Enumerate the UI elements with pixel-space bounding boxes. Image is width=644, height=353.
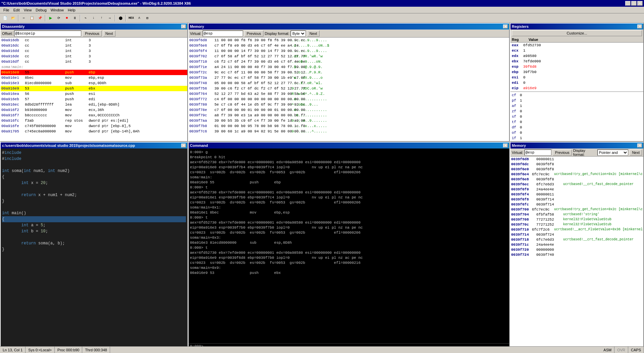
mem2-row[interactable]: 0039f6e80039f6f8 <box>510 177 643 182</box>
mem-row[interactable]: 0039f75639 00 c6 f2 c7 6f dc f2 c7 6f 52… <box>189 86 509 91</box>
source-line[interactable]: } <box>2 246 186 252</box>
reg-flag-row[interactable]: if1 <box>510 135 643 141</box>
toolbar-step-in[interactable]: ↓ <box>90 14 97 22</box>
source-title-buttons[interactable]: ✕ <box>181 143 186 148</box>
disasm-row[interactable]: 00a916deccint3 <box>1 54 187 59</box>
reg-flag-row[interactable]: sf0 <box>510 114 643 119</box>
disasm-row[interactable]: 00a916e055pushebp <box>1 70 187 75</box>
reg-row[interactable]: esp39f6d8 <box>510 64 643 69</box>
reg-row[interactable]: ebx7efde000 <box>510 59 643 64</box>
toolbar-step-branch[interactable]: ⇒ <box>106 14 113 22</box>
toolbar-copy[interactable]: 📋 <box>28 14 36 22</box>
reg-row[interactable]: ebp39f7b0 <box>510 69 643 75</box>
source-line[interactable]: return soma(a, b); <box>2 240 186 246</box>
toolbar-font[interactable]: A <box>136 14 143 22</box>
mem2-row[interactable]: 0039f7046fbfaf58 ucrtbased!'string' <box>510 212 643 217</box>
toolbar-paste[interactable]: 📌 <box>36 14 44 22</box>
toolbar-restart[interactable]: ⟳ <box>55 14 62 22</box>
source-line[interactable] <box>2 162 186 168</box>
maximize-button[interactable]: □ <box>631 1 637 6</box>
disasm-row[interactable]: 00a916ec8dbd28fffffffleaedi,[ebp-0D8h] <box>1 102 187 107</box>
registers-close[interactable]: ✕ <box>637 24 642 28</box>
customize-button[interactable]: Customize... <box>512 30 642 36</box>
memory2-next-btn[interactable]: Next <box>630 150 642 156</box>
disasm-row[interactable]: 00a916eb57pushedi <box>1 97 187 102</box>
source-line[interactable]: } <box>2 198 186 204</box>
mem-row[interactable]: 0039f76452 12 27 77 bd 63 a2 5e 88 f7 39… <box>189 91 509 97</box>
source-line[interactable]: int soma(int num1, int num2) <box>2 168 186 174</box>
disasm-row[interactable]: 00a916fec745f805000000movdword ptr [ebp-… <box>1 123 187 129</box>
disasm-row[interactable]: 00a916e381ecd8000000subesp,0D8h <box>1 80 187 86</box>
toolbar-stop[interactable]: ■ <box>63 14 70 22</box>
mem-row[interactable]: 0039f71ea4 24 11 00 00 00 40 f7 39 00 40… <box>189 64 509 70</box>
mem2-row[interactable]: 0039f7006fc7ec9c ucrtbased!try_get_funct… <box>510 207 643 212</box>
disasm-row[interactable]: soma!main: <box>1 64 187 70</box>
source-content[interactable]: #include #include int soma(int num1, int… <box>1 149 187 349</box>
registers-content[interactable]: eax6fd52730ecx1edxa98580ebx7efde000esp39… <box>510 43 643 141</box>
memory-next-btn[interactable]: Next <box>307 31 319 37</box>
source-line[interactable]: return x + num1 + num2; <box>2 192 186 198</box>
mem2-row[interactable]: 0039f70877271252 kernel32!FlsGetValueStu… <box>510 217 643 222</box>
reg-flag-row[interactable]: zf0 <box>510 109 643 114</box>
source-line[interactable]: int b = 10; <box>2 228 186 234</box>
disasm-row[interactable]: 00a916dbccint3 <box>1 38 187 43</box>
memory2-display-select[interactable]: Pointer and <box>597 150 629 156</box>
command-title-buttons[interactable]: ✕ <box>503 143 508 148</box>
toolbar-new[interactable]: 📄 <box>1 14 9 22</box>
disasm-row[interactable]: 00a916ea56pushesi <box>1 91 187 97</box>
toolbar-cut[interactable]: ✂ <box>20 14 28 22</box>
toolbar-breakpoint[interactable]: ⬤ <box>117 14 124 22</box>
command-close[interactable]: ✕ <box>503 143 508 148</box>
menu-debug[interactable]: Debug <box>34 7 48 13</box>
reg-row[interactable]: edxa98580 <box>510 53 643 59</box>
mem2-row[interactable]: 0039f6e46fc7ec9c ucrtbased!try_get_funct… <box>510 172 643 177</box>
close-button[interactable]: ✕ <box>637 1 643 6</box>
memory2-title-buttons[interactable]: ✕ <box>637 143 642 148</box>
mem-row[interactable]: 0039f79ca8 f7 39 00 e3 1a a9 00 00 00 00… <box>189 113 509 118</box>
mem2-row[interactable]: 0039f6e00039f6f8 <box>510 167 643 172</box>
disasm-row[interactable]: 00a916f2b936000000movecx,36h <box>1 107 187 113</box>
mem2-row[interactable]: 0039f7186fc7e6d3 ucrtbased!__crt_fast_de… <box>510 237 643 242</box>
source-line[interactable]: #include <box>2 150 186 156</box>
source-line[interactable]: #include <box>2 156 186 162</box>
mem-row[interactable]: 0039f7805e c7 c8 6f 44 1e d5 6f 9c f7 39… <box>189 102 509 107</box>
mem2-row[interactable]: 0039f6d800000011 <box>510 157 643 162</box>
menu-view[interactable]: View <box>22 7 34 13</box>
mem2-row[interactable]: 0039f72000000000 <box>510 247 643 252</box>
reg-row[interactable]: esi0 <box>510 75 643 80</box>
memory-title-buttons[interactable]: ✕ <box>503 24 508 28</box>
mem2-row[interactable]: 0039f7140039f724 <box>510 232 643 237</box>
memory2-virtual-input[interactable] <box>525 150 551 156</box>
source-line[interactable]: int x = 20; <box>2 180 186 186</box>
mem-row[interactable]: 0039f702c7 6f 58 af bf 6f 52 12 27 77 52… <box>189 54 509 59</box>
toolbar-open[interactable]: 📂 <box>9 14 17 22</box>
disassembly-prev-btn[interactable]: Previous <box>83 31 102 37</box>
reg-row[interactable]: eipa916e9 <box>510 85 643 91</box>
mem-row[interactable]: 0039f7b801 00 00 00 b0 95 78 00 b8 98 78… <box>189 123 509 129</box>
memory-virtual-input[interactable] <box>203 31 243 37</box>
disasm-row[interactable]: 00a916fcf3abrep stosdword ptr es:[edi] <box>1 118 187 123</box>
mem-row[interactable]: 0039f7c639 00 60 1c a9 00 94 02 91 5e 00… <box>189 129 509 134</box>
source-line[interactable] <box>2 234 186 240</box>
disasm-row[interactable]: 00a916e18becmovebp,esp <box>1 75 187 80</box>
reg-flag-row[interactable]: tf0 <box>510 119 643 125</box>
memory2-content[interactable]: 0039f6d8000000110039f6dc0039f6f80039f6e0… <box>510 157 643 349</box>
disassembly-close[interactable]: ✕ <box>181 24 186 28</box>
mem-row[interactable]: 0039f710c6 f2 c7 6f 24 f7 39 00 d3 e6 c7… <box>189 59 509 64</box>
disassembly-content[interactable]: 00a916dbccint300a916dcccint300a916ddccin… <box>1 38 187 141</box>
source-line[interactable]: int main() <box>2 210 186 216</box>
disasm-row[interactable]: 00a91705c745ec0a000000movdword ptr [ebp-… <box>1 129 187 134</box>
mem2-row[interactable]: 0039f6ec6fc7e6d3 ucrtbased!__crt_fast_de… <box>510 182 643 187</box>
mem-row[interactable]: 0039f73a27 77 9c ec c7 6f 58 f7 39 00 1b… <box>189 75 509 80</box>
memory-content[interactable]: 0039f6d811 00 00 00 f8 f6 39 00 f8 f6 39… <box>189 38 509 141</box>
toolbar-break[interactable]: ⏸ <box>71 14 79 22</box>
disasm-row[interactable]: 00a916dcccint3 <box>1 43 187 48</box>
toolbar-hex[interactable]: HEX <box>128 14 135 22</box>
memory-prev-btn[interactable]: Previous <box>244 31 263 37</box>
memory-display-select[interactable]: Byte <box>291 31 306 37</box>
toolbar-step-out[interactable]: ↑ <box>98 14 105 22</box>
reg-flag-row[interactable]: of0 <box>510 130 643 135</box>
reg-flag-row[interactable]: af1 <box>510 103 643 109</box>
minimize-button[interactable]: _ <box>625 1 631 6</box>
mem-row[interactable]: 0039f72c9c ec c7 6f 11 00 00 00 50 f7 39… <box>189 70 509 75</box>
